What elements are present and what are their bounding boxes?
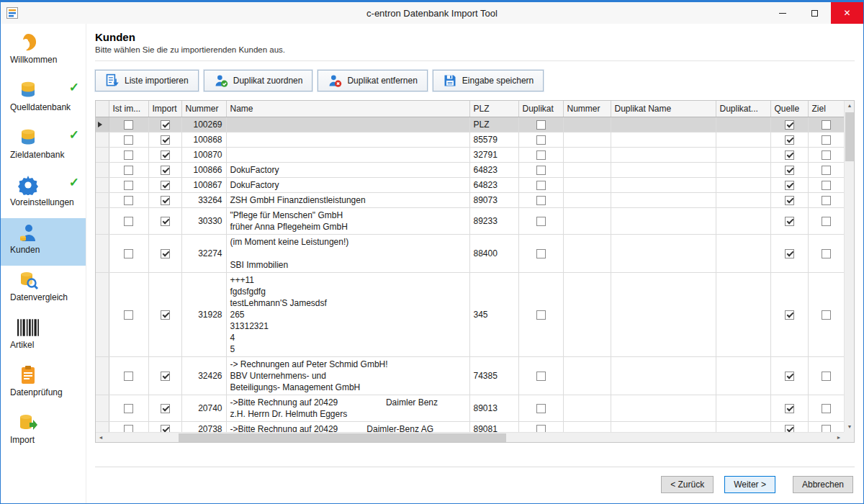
ist_im-checkbox[interactable] [124, 249, 133, 258]
ziel-checkbox[interactable] [822, 425, 831, 432]
scroll-right-icon[interactable]: ► [834, 433, 844, 443]
ist_im-checkbox[interactable] [124, 196, 133, 205]
duplikat-checkbox[interactable] [536, 150, 546, 160]
import-checkbox[interactable] [161, 166, 170, 175]
ziel-checkbox[interactable] [822, 404, 831, 413]
close-button[interactable]: ✕ [831, 2, 863, 24]
horizontal-scroll-thumb[interactable] [179, 433, 506, 442]
import-checkbox[interactable] [161, 196, 170, 205]
import-checkbox[interactable] [161, 310, 170, 320]
sidebar-item-voreinstellungen[interactable]: Voreinstellungen✓ [1, 171, 86, 218]
column-header-ist_im[interactable]: Ist im... [109, 101, 148, 117]
quelle-checkbox[interactable] [785, 120, 794, 130]
column-header-dup_plz[interactable]: Duplikat... [716, 101, 770, 117]
duplikat-entfernen-button[interactable]: Duplikat entfernen [318, 70, 427, 91]
ziel-checkbox[interactable] [822, 120, 831, 130]
grid-row[interactable]: 33264ZSH GmbH Finanzdienstleistungen8907… [96, 193, 844, 208]
duplikat-checkbox[interactable] [536, 181, 546, 190]
duplikat-checkbox[interactable] [536, 135, 546, 145]
import-checkbox[interactable] [161, 425, 170, 432]
ist_im-checkbox[interactable] [124, 135, 133, 145]
grid-row[interactable]: 10087032791 [96, 148, 844, 163]
ziel-checkbox[interactable] [822, 217, 831, 226]
minimize-button[interactable] [766, 2, 798, 24]
import-checkbox[interactable] [161, 249, 170, 258]
import-checkbox[interactable] [161, 372, 170, 381]
duplikat-checkbox[interactable] [536, 372, 546, 381]
next-button[interactable]: Weiter > [724, 476, 775, 493]
grid-row[interactable]: 100867DokuFactory64823 [96, 178, 844, 193]
quelle-checkbox[interactable] [785, 166, 794, 175]
grid-row[interactable]: 20740->Bitte Rechnung auf 20429 Daimler … [96, 395, 844, 422]
vertical-scrollbar[interactable]: ▲ ▼ [844, 101, 854, 432]
scroll-up-icon[interactable]: ▲ [845, 101, 855, 111]
column-header-nummer[interactable]: Nummer [181, 101, 226, 117]
import-checkbox[interactable] [161, 135, 170, 145]
ist_im-checkbox[interactable] [124, 120, 133, 130]
column-header-plz[interactable]: PLZ [469, 101, 518, 117]
sidebar-item-willkommen[interactable]: Willkommen [1, 28, 86, 76]
sidebar-item-datenpruefung[interactable]: Datenprüfung [1, 361, 86, 408]
sidebar-item-quelldatenbank[interactable]: Quelldatenbank✓ [1, 76, 86, 123]
ist_im-checkbox[interactable] [124, 181, 133, 190]
quelle-checkbox[interactable] [785, 310, 794, 320]
ziel-checkbox[interactable] [822, 181, 831, 190]
ziel-checkbox[interactable] [822, 166, 831, 175]
ist_im-checkbox[interactable] [124, 217, 133, 226]
grid-row[interactable]: 31928+++11 fgdsfgdfg testLehmann'S James… [96, 273, 844, 357]
duplikat-checkbox[interactable] [536, 249, 546, 258]
sidebar-item-kunden[interactable]: Kunden [1, 218, 86, 266]
grid-row[interactable]: 20738->Bitte Rechnung auf 20429 Daimler-… [96, 422, 844, 433]
ziel-checkbox[interactable] [822, 150, 831, 160]
quelle-checkbox[interactable] [785, 404, 794, 413]
duplikat-checkbox[interactable] [536, 310, 546, 320]
ziel-checkbox[interactable] [822, 249, 831, 258]
horizontal-scrollbar[interactable]: ◄ ► [96, 432, 844, 442]
column-header-duplikat[interactable]: Duplikat [518, 101, 563, 117]
column-header-dup_name[interactable]: Duplikat Name [611, 101, 716, 117]
cancel-button[interactable]: Abbrechen [793, 476, 853, 493]
grid-row[interactable]: 10086885579 [96, 132, 844, 148]
ziel-checkbox[interactable] [822, 310, 831, 320]
duplikat-checkbox[interactable] [536, 425, 546, 432]
sidebar-item-zieldatenbank[interactable]: Zieldatenbank✓ [1, 123, 86, 171]
ist_im-checkbox[interactable] [124, 310, 133, 320]
quelle-checkbox[interactable] [785, 150, 794, 160]
import-checkbox[interactable] [161, 404, 170, 413]
ist_im-checkbox[interactable] [124, 150, 133, 160]
ziel-checkbox[interactable] [822, 135, 831, 145]
quelle-checkbox[interactable] [785, 249, 794, 258]
scroll-left-icon[interactable]: ◄ [96, 433, 106, 443]
ziel-checkbox[interactable] [822, 372, 831, 381]
column-header-ziel[interactable]: Ziel [808, 101, 844, 117]
grid-row[interactable]: 30330"Pflege für Menschen" GmbH früher A… [96, 208, 844, 235]
import-checkbox[interactable] [161, 120, 170, 130]
grid-row[interactable]: 100269PLZ [96, 117, 844, 132]
vertical-scroll-thumb[interactable] [845, 112, 854, 161]
liste-importieren-button[interactable]: Liste importieren [95, 70, 199, 91]
quelle-checkbox[interactable] [785, 196, 794, 205]
column-header-quelle[interactable]: Quelle [770, 101, 808, 117]
import-checkbox[interactable] [161, 217, 170, 226]
title-bar[interactable]: c-entron Datenbank Import Tool ✕ [1, 1, 863, 24]
quelle-checkbox[interactable] [785, 425, 794, 432]
ist_im-checkbox[interactable] [124, 425, 133, 432]
duplikat-checkbox[interactable] [536, 120, 546, 130]
back-button[interactable]: < Zurück [661, 476, 714, 493]
quelle-checkbox[interactable] [785, 372, 794, 381]
column-header-import[interactable]: Import [148, 101, 181, 117]
duplikat-checkbox[interactable] [536, 166, 546, 175]
grid-row[interactable]: 32426-> Rechnungen auf Peter Schmid GmbH… [96, 357, 844, 395]
quelle-checkbox[interactable] [785, 135, 794, 145]
ist_im-checkbox[interactable] [124, 166, 133, 175]
sidebar-item-datenvergleich[interactable]: Datenvergleich [1, 266, 86, 313]
ziel-checkbox[interactable] [822, 196, 831, 205]
eingabe-speichern-button[interactable]: Eingabe speichern [433, 70, 544, 91]
grid-row[interactable]: 32274(im Moment keine Leistungen!) SBI I… [96, 235, 844, 273]
duplikat-zuordnen-button[interactable]: Duplikat zuordnen [204, 70, 313, 91]
scroll-down-icon[interactable]: ▼ [845, 422, 855, 432]
ist_im-checkbox[interactable] [124, 372, 133, 381]
maximize-button[interactable] [798, 2, 831, 24]
duplikat-checkbox[interactable] [536, 404, 546, 413]
sidebar-item-import[interactable]: Import [1, 408, 86, 456]
